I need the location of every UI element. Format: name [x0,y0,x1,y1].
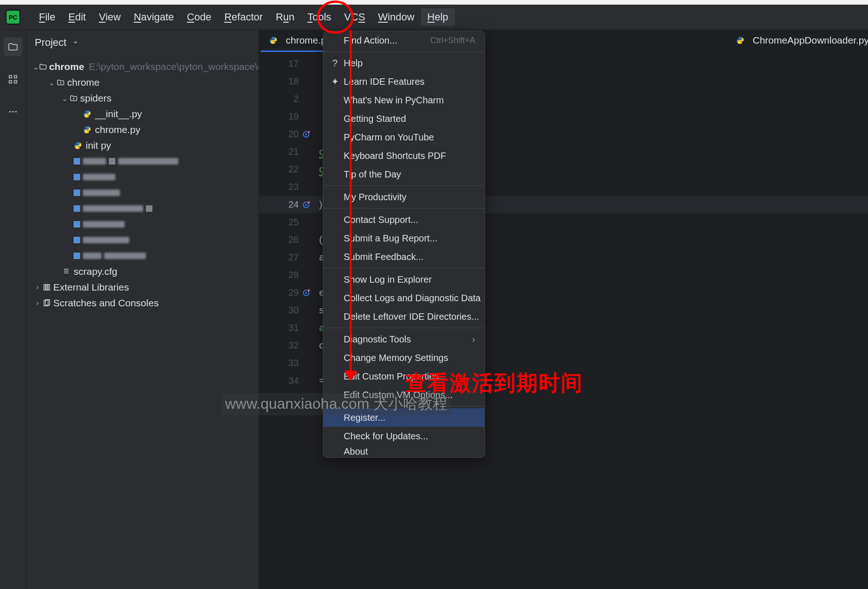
help-find-action[interactable]: Find Action...Ctrl+Shift+A [323,31,484,50]
blurred-item [26,153,258,169]
svg-point-22 [305,292,307,294]
svg-point-8 [73,98,74,99]
help-whats-new[interactable]: What's New in PyCharm [323,91,484,109]
python-icon [83,126,91,134]
tree-scratches[interactable]: › Scratches and Consoles [26,295,258,311]
help-diagnostic[interactable]: Diagnostic Tools› [323,330,484,348]
help-contact[interactable]: Contact Support... [323,210,484,229]
help-memory[interactable]: Change Memory Settings [323,348,484,367]
line-number[interactable]: 25 [259,213,319,231]
app-icon: PC [6,10,20,25]
line-number[interactable]: 26 [259,231,319,248]
svg-rect-2 [9,81,12,83]
menu-code[interactable]: Code [181,8,218,26]
help-delete[interactable]: Delete Leftover IDE Directories... [323,307,484,326]
python-icon [74,141,82,150]
project-tree: ⌄ chrome E:\pyton_workspace\pyton_worksp… [26,55,258,315]
blurred-item [26,248,258,264]
svg-rect-0 [9,76,12,78]
line-number[interactable]: 22 [259,160,319,178]
help-productivity[interactable]: My Productivity [323,188,484,206]
tree-file-init2[interactable]: init py [26,138,258,153]
help-help[interactable]: ?Help [323,54,484,72]
menu-tools[interactable]: Tools [301,8,338,26]
svg-point-7 [60,82,61,83]
tree-folder-spiders[interactable]: ⌄ spiders [26,90,258,106]
svg-point-5 [12,111,14,113]
line-number[interactable]: 2 [259,90,319,108]
line-number[interactable]: 30 [259,301,319,319]
override-icon [302,130,311,138]
help-youtube[interactable]: PyCharm on YouTube [323,128,484,146]
override-icon [302,200,311,209]
tree-folder-chrome[interactable]: ⌄ chrome [26,75,258,90]
line-number[interactable]: 32 [259,336,319,354]
python-icon [83,110,91,118]
menu-view[interactable]: View [92,8,127,26]
menu-file[interactable]: File [32,8,62,26]
line-number[interactable]: 23 [259,178,319,196]
sidebar-title: Project [35,37,66,49]
menu-navigate[interactable]: Navigate [127,8,181,26]
menu-help[interactable]: Help [421,8,455,26]
help-icon: ? [330,58,340,69]
line-number[interactable]: 27 [259,248,319,266]
tree-external-libraries[interactable]: › External Libraries [26,279,258,295]
svg-point-20 [305,204,307,206]
chevron-right-icon: › [472,334,475,345]
tree-file-init[interactable]: __init__.py [26,106,258,122]
help-keyboard[interactable]: Keyboard Shortcuts PDF [323,146,484,165]
line-number[interactable]: 29 [259,284,319,301]
line-number[interactable]: 21 [259,143,319,160]
project-sidebar: Project ⌄ chrome E:\pyton_workspace\pyto… [26,30,259,589]
menu-refactor[interactable]: Refactor [218,8,269,26]
more-tool-button[interactable] [4,102,22,121]
help-learn[interactable]: ✦Learn IDE Features [323,72,484,91]
help-collect[interactable]: Collect Logs and Diagnostic Data [323,289,484,307]
svg-point-18 [305,133,307,135]
svg-point-6 [15,111,17,113]
annotation-arrow [350,30,352,375]
line-number[interactable]: 33 [259,354,319,372]
blurred-item [26,185,258,201]
svg-rect-14 [48,285,50,290]
help-updates[interactable]: Check for Updates... [323,427,484,445]
python-icon [736,36,744,44]
sidebar-header: Project [26,30,258,55]
svg-rect-1 [14,76,17,78]
svg-rect-12 [44,285,45,290]
menu-vcs[interactable]: VCS [338,8,371,26]
chevron-down-icon[interactable] [72,39,79,46]
scratches-icon [42,299,51,307]
annotation-arrow-head [344,371,357,381]
menu-window[interactable]: Window [371,8,421,26]
menu-run[interactable]: Run [269,8,301,26]
line-number[interactable]: 18 [259,72,319,90]
structure-tool-button[interactable] [4,70,22,89]
gutter: 17 18 2 19 20 21 22 23 24 25 26 27 28 29… [259,52,319,589]
tab-downloader[interactable]: ChromeAppDownloader.py [728,30,868,52]
line-number[interactable]: 20 [259,125,319,143]
project-tool-button[interactable] [4,38,22,56]
library-icon [42,283,51,291]
tree-file-chrome[interactable]: chrome.py [26,122,258,138]
watermark: www.quanxiaoha.com 犬小哈教程 [221,393,451,415]
help-about[interactable]: About [323,445,484,457]
tree-root[interactable]: ⌄ chrome E:\pyton_workspace\pyton_worksp… [26,59,258,75]
help-bug[interactable]: Submit a Bug Report... [323,229,484,247]
line-number[interactable]: 24 [259,196,319,213]
blurred-item [26,232,258,248]
python-icon [269,36,277,44]
line-number[interactable]: 28 [259,266,319,284]
line-number[interactable]: 34 [259,372,319,389]
menu-edit[interactable]: Edit [62,8,92,26]
line-number[interactable]: 17 [259,55,319,72]
help-feedback[interactable]: Submit Feedback... [323,247,484,266]
line-number[interactable]: 31 [259,319,319,336]
tree-file-scrapy[interactable]: scrapy.cfg [26,264,258,279]
help-show-log[interactable]: Show Log in Explorer [323,270,484,289]
line-number[interactable]: 19 [259,108,319,125]
help-getting-started[interactable]: Getting Started [323,109,484,128]
menubar: PC File Edit View Navigate Code Refactor… [0,5,868,30]
help-tip[interactable]: Tip of the Day [323,165,484,184]
